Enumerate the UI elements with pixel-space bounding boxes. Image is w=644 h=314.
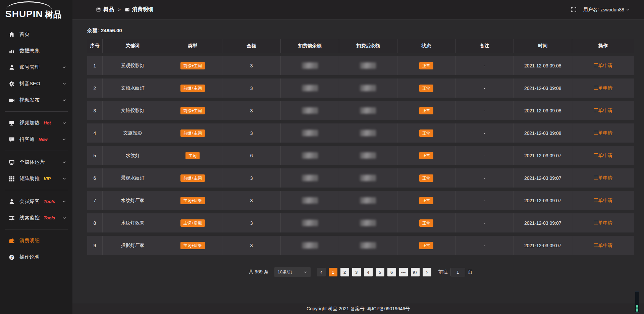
table-row: 5水纹灯主词6正常-2021-12-03 09:07工单申请 — [87, 146, 634, 165]
cell-amount: 6 — [222, 146, 281, 165]
logo-text-cn: 树品 — [45, 10, 62, 19]
page-size-select[interactable]: 10条/页 — [274, 267, 311, 277]
sidebar-item-badge: Tools — [44, 199, 55, 204]
cell-keyword: 水纹灯厂家 — [103, 191, 163, 210]
page-button-2[interactable]: 2 — [340, 268, 349, 276]
sidebar-item-10-线索监控[interactable]: 线索监控Tools — [0, 210, 72, 226]
sidebar-item-badge: Hot — [44, 120, 51, 125]
topbar: 树品 > 消费明细 用户名: zswodun88 — [72, 0, 644, 19]
sidebar-item-2-账号管理[interactable]: 账号管理 — [0, 59, 72, 75]
cell-type: 主词 — [163, 146, 222, 165]
sidebar-item-6-抖客通[interactable]: 抖客通New — [0, 131, 72, 148]
breadcrumb-root[interactable]: 树品 — [96, 6, 114, 13]
chevron-down-icon — [62, 160, 66, 164]
question-icon: ? — [9, 254, 15, 260]
ticket-apply-link[interactable]: 工单申请 — [594, 153, 612, 158]
ticket-apply-link[interactable]: 工单申请 — [594, 130, 612, 136]
app-window-icon — [96, 7, 101, 12]
chevron-down-icon — [62, 98, 66, 102]
cell-post-balance — [339, 191, 397, 210]
scrollbar-thumb[interactable] — [636, 305, 638, 312]
goto-suffix: 页 — [468, 269, 473, 275]
page-button-3[interactable]: 3 — [352, 268, 361, 276]
cell-keyword: 文旅水纹灯 — [103, 78, 163, 98]
cell-type: 前缀+主词 — [163, 168, 222, 188]
breadcrumb: 树品 > 消费明细 — [96, 6, 154, 13]
ticket-apply-link[interactable]: 工单申请 — [594, 220, 612, 225]
cell-post-balance — [339, 146, 397, 165]
masked-balance-value — [302, 107, 318, 114]
prev-page-button[interactable]: ‹ — [317, 268, 326, 276]
ticket-apply-link[interactable]: 工单申请 — [594, 175, 612, 180]
brand-logo[interactable]: SHUPIN 树品 — [0, 0, 72, 21]
topbar-right: 用户名: zswodun88 — [571, 7, 630, 13]
cell-time: 2021-12-03 09:07 — [514, 191, 572, 210]
page-button-6[interactable]: 6 — [387, 268, 396, 276]
sidebar-item-1-数据总览[interactable]: 数据总览 — [0, 43, 72, 59]
cell-time: 2021-12-03 09:08 — [514, 78, 572, 98]
sidebar-item-0-首页[interactable]: 首页 — [0, 26, 72, 43]
logo-arc-decoration — [6, 1, 52, 10]
scrollbar-widget[interactable] — [635, 291, 639, 313]
chevron-down-icon — [304, 270, 307, 274]
page-button-97[interactable]: 97 — [411, 268, 420, 276]
sidebar-item-label: 数据总览 — [19, 48, 40, 54]
ticket-apply-link[interactable]: 工单申请 — [594, 63, 612, 68]
sidebar-item-12-操作说明[interactable]: ?操作说明 — [0, 249, 72, 265]
sidebar-item-8-矩阵助推[interactable]: 矩阵助推VIP — [0, 170, 72, 187]
cell-remark: - — [456, 168, 514, 188]
cell-type: 主词+后缀 — [163, 213, 222, 232]
content-area: 余额:24856.00 序号关键词类型金额扣费前余额扣费后余额状态备注时间操作 … — [72, 19, 644, 304]
fullscreen-icon[interactable] — [571, 7, 577, 12]
next-page-button[interactable]: › — [423, 268, 431, 276]
sidebar-item-label: 抖客通 — [19, 136, 35, 143]
cell-amount: 3 — [222, 56, 281, 75]
breadcrumb-separator: > — [118, 7, 121, 12]
grid-icon — [9, 176, 15, 182]
sidebar-item-7-全媒体运营[interactable]: 全媒体运营 — [0, 154, 72, 170]
ticket-apply-link[interactable]: 工单申请 — [594, 243, 612, 248]
ticket-apply-link[interactable]: 工单申请 — [594, 198, 612, 203]
chevron-down-icon — [62, 82, 66, 86]
cell-post-balance — [339, 213, 397, 232]
ticket-apply-link[interactable]: 工单申请 — [594, 85, 612, 91]
status-badge: 正常 — [419, 242, 433, 249]
goto-page-input[interactable] — [450, 268, 465, 276]
cell-amount: 3 — [222, 191, 281, 210]
cell-action: 工单申请 — [572, 56, 634, 75]
chevron-down-icon — [62, 65, 66, 69]
sidebar-item-label: 视频发布 — [19, 97, 40, 103]
cell-post-balance — [339, 56, 397, 75]
ticket-apply-link[interactable]: 工单申请 — [594, 108, 612, 113]
copyright-text: Copyright 树品 2021 备案号: 粤ICP备09019646号 — [307, 306, 410, 312]
cell-pre-balance — [281, 78, 339, 98]
cell-pre-balance — [281, 236, 339, 255]
video-icon — [9, 97, 15, 103]
sidebar-item-5-视频加热[interactable]: 视频加热Hot — [0, 115, 72, 131]
cell-remark: - — [456, 191, 514, 210]
more-pages-button[interactable]: ••• — [399, 268, 408, 276]
cell-index: 3 — [87, 101, 103, 120]
masked-balance-value — [360, 197, 376, 204]
status-badge: 正常 — [419, 129, 433, 137]
type-badge: 前缀+主词 — [180, 129, 205, 137]
sidebar-item-9-会员爆客[interactable]: 会员爆客Tools — [0, 193, 72, 210]
cell-status: 正常 — [397, 191, 456, 210]
page-button-5[interactable]: 5 — [376, 268, 384, 276]
cell-type: 前缀+主词 — [163, 78, 222, 98]
cell-time: 2021-12-03 09:08 — [514, 56, 572, 75]
cell-pre-balance — [281, 56, 339, 75]
logo-text-en: SHUPIN — [5, 9, 43, 19]
cell-post-balance — [339, 78, 397, 98]
cell-keyword: 水纹灯效果 — [103, 213, 163, 232]
page-button-4[interactable]: 4 — [364, 268, 373, 276]
gear-icon — [9, 81, 15, 87]
cell-index: 4 — [87, 123, 103, 143]
sidebar-item-4-视频发布[interactable]: 视频发布 — [0, 92, 72, 108]
cell-pre-balance — [281, 213, 339, 232]
chevron-left-icon: ‹ — [320, 269, 322, 275]
sidebar-item-3-抖音SEO[interactable]: 抖音SEO — [0, 75, 72, 92]
sidebar-item-11-消费明细[interactable]: 消费明细 — [0, 232, 72, 249]
user-menu[interactable]: 用户名: zswodun88 — [583, 7, 630, 13]
page-button-1[interactable]: 1 — [329, 268, 337, 276]
